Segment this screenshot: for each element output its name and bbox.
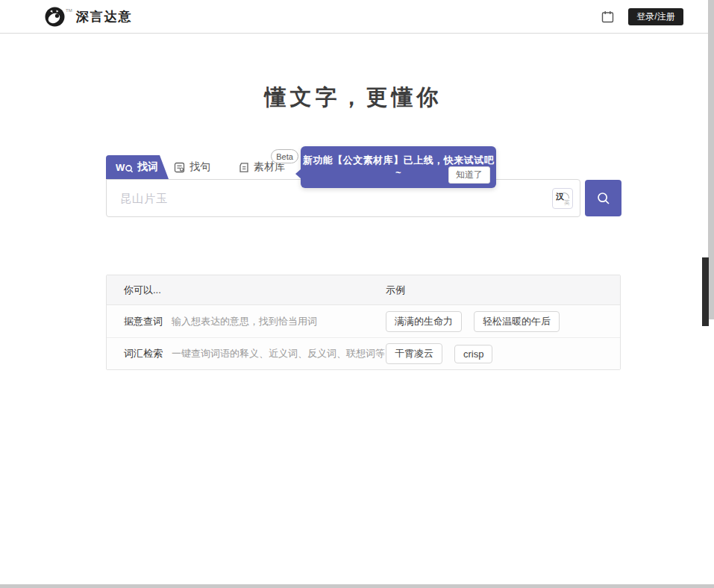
language-secondary-label: 英 bbox=[564, 198, 570, 207]
example-chip[interactable]: 干霄凌云 bbox=[386, 343, 442, 364]
login-register-button[interactable]: 登录/注册 bbox=[628, 8, 683, 25]
brand-home-link[interactable]: TM 深言达意 bbox=[45, 7, 133, 27]
example-chip[interactable]: 满满的生命力 bbox=[386, 311, 462, 332]
brand-name: 深言达意 bbox=[76, 8, 133, 25]
feature-description: 一键查询词语的释义、近义词、反义词、联想词等 bbox=[172, 347, 385, 360]
tab-find-word[interactable]: W 找词 bbox=[106, 155, 169, 179]
brand-logo-icon bbox=[45, 7, 65, 27]
tooltip-confirm-button[interactable]: 知道了 bbox=[448, 166, 490, 184]
column-header-examples: 示例 bbox=[386, 284, 620, 297]
vertical-scrollbar-track[interactable] bbox=[708, 0, 714, 319]
page: TM 深言达意 登录/注册 懂文字，更懂你 W 找词 bbox=[0, 0, 714, 588]
search-icon bbox=[596, 191, 611, 206]
feature-name: 词汇检索 bbox=[124, 347, 172, 360]
help-table-header: 你可以... 示例 bbox=[107, 275, 620, 305]
new-feature-tooltip: 新功能【公文素材库】已上线，快来试试吧~ 知道了 bbox=[301, 146, 496, 188]
example-chip[interactable]: crisp bbox=[454, 345, 492, 363]
vertical-scrollbar-thumb[interactable] bbox=[702, 257, 709, 326]
language-toggle[interactable]: 汉 英 bbox=[552, 188, 573, 209]
search-module: W 找词 找句 bbox=[106, 155, 621, 217]
tab-find-sentence-label: 找句 bbox=[190, 160, 210, 174]
svg-text:W: W bbox=[116, 162, 125, 173]
beta-badge: Beta bbox=[271, 149, 298, 163]
page-title: 懂文字，更懂你 bbox=[0, 83, 707, 113]
table-row: 据意查词 输入想表达的意思，找到恰当用词 满满的生命力 轻松温暖的午后 bbox=[107, 305, 620, 337]
column-header-capability: 你可以... bbox=[107, 284, 386, 297]
horizontal-scrollbar-track[interactable] bbox=[0, 584, 714, 588]
table-row: 词汇检索 一键查询词语的释义、近义词、反义词、联想词等 干霄凌云 crisp bbox=[107, 337, 620, 369]
language-switch-arrow-icon bbox=[563, 193, 569, 198]
help-table: 你可以... 示例 据意查词 输入想表达的意思，找到恰当用词 满满的生命力 轻松… bbox=[106, 275, 621, 370]
tab-find-word-label: 找词 bbox=[137, 160, 158, 174]
feature-description: 输入想表达的意思，找到恰当用词 bbox=[172, 315, 317, 328]
example-chip[interactable]: 轻松温暖的午后 bbox=[474, 311, 560, 332]
feature-name: 据意查词 bbox=[124, 315, 172, 328]
search-button[interactable] bbox=[585, 180, 621, 216]
header: TM 深言达意 登录/注册 bbox=[0, 0, 714, 34]
sentence-search-icon bbox=[174, 162, 185, 173]
wantwords-logo-icon: W bbox=[116, 162, 134, 173]
tab-find-sentence[interactable]: 找句 bbox=[174, 155, 210, 179]
tab-bar: W 找词 找句 bbox=[106, 155, 621, 179]
material-library-icon bbox=[239, 162, 249, 173]
calendar-icon[interactable] bbox=[601, 10, 614, 23]
trademark-mark: TM bbox=[66, 8, 72, 13]
